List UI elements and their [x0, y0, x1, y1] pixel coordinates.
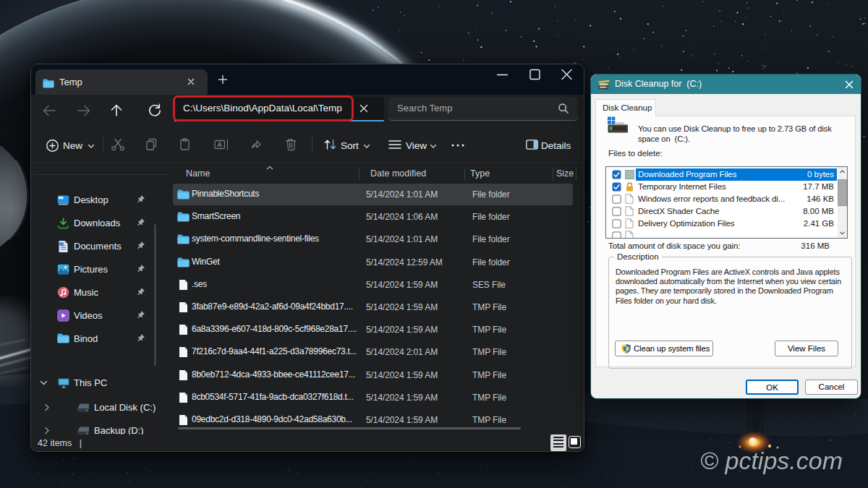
svg-text:© pctips.com: © pctips.com — [700, 447, 843, 474]
